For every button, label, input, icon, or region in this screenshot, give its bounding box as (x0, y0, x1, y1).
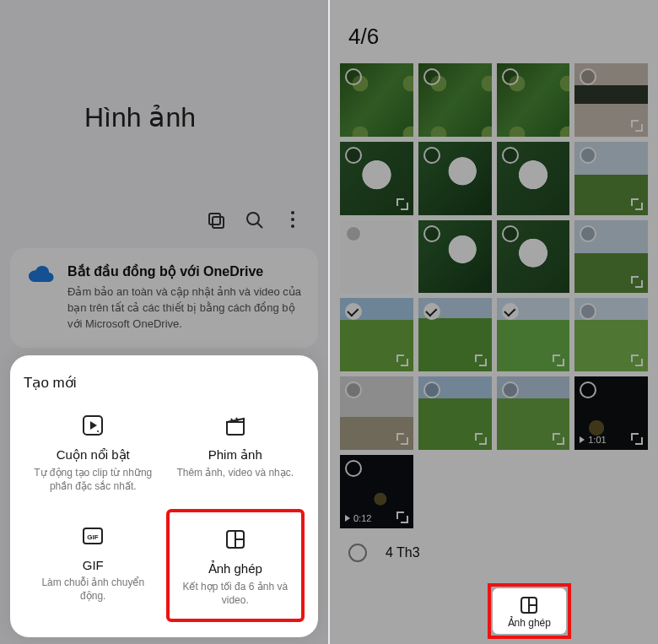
photo-cell[interactable] (340, 376, 413, 450)
cloud-icon (25, 265, 56, 284)
photo-cell[interactable] (574, 298, 648, 371)
video-duration: 0:12 (353, 513, 371, 523)
svg-rect-0 (209, 214, 220, 225)
photo-cell[interactable] (497, 63, 570, 137)
create-movie[interactable]: Phim ảnh Thêm ảnh, video và nhạc. (166, 398, 305, 505)
expand-icon[interactable] (396, 433, 408, 445)
expand-icon[interactable] (396, 198, 408, 210)
expand-icon[interactable] (553, 433, 564, 445)
video-badge: 0:12 (345, 513, 371, 523)
create-item-desc: Thêm ảnh, video và nhạc. (171, 466, 300, 479)
collage-icon (519, 595, 539, 615)
expand-icon[interactable] (631, 276, 643, 288)
select-ring[interactable] (580, 147, 596, 164)
select-ring[interactable] (345, 147, 362, 164)
photo-cell[interactable] (340, 63, 413, 137)
play-icon (345, 515, 350, 522)
select-ring[interactable] (502, 382, 519, 398)
collage-button-highlight: Ảnh ghép (488, 583, 571, 639)
select-ring[interactable] (502, 68, 519, 85)
select-ring[interactable] (502, 147, 519, 164)
photo-cell[interactable] (497, 220, 570, 294)
photo-cell[interactable] (418, 63, 492, 137)
play-sparkle-icon (79, 412, 106, 439)
select-ring[interactable] (345, 460, 362, 477)
gallery-heading: Hình ảnh (0, 0, 328, 133)
clapboard-icon (222, 412, 249, 439)
photo-cell[interactable] (497, 376, 570, 450)
photo-cell[interactable] (497, 298, 570, 371)
create-item-name: Cuộn nổi bật (29, 447, 158, 463)
svg-point-6 (97, 430, 99, 432)
onedrive-desc: Đảm bảo an toàn và cập nhật ảnh và video… (67, 284, 303, 333)
select-ring[interactable] (423, 147, 440, 164)
photo-cell[interactable] (574, 63, 648, 137)
create-gif[interactable]: GIF GIF Làm chuỗi ảnh chuyển động. (24, 509, 163, 622)
onedrive-title: Bắt đầu đồng bộ với OneDrive (67, 263, 303, 279)
expand-icon[interactable] (631, 120, 643, 132)
checkmark-icon[interactable] (502, 303, 519, 320)
expand-icon[interactable] (631, 433, 643, 445)
select-ring[interactable] (423, 225, 440, 242)
select-ring[interactable] (502, 225, 519, 242)
create-item-name: Ảnh ghép (175, 561, 297, 576)
sheet-title: Tạo mới (24, 374, 305, 392)
photo-cell[interactable] (418, 376, 492, 450)
expand-icon[interactable] (475, 354, 487, 366)
svg-text:GIF: GIF (88, 533, 99, 541)
create-highlight-reel[interactable]: Cuộn nổi bật Tự động tạo clip từ những p… (24, 398, 163, 505)
svg-marker-5 (90, 421, 97, 430)
date-label: 4 Th3 (386, 545, 420, 560)
select-ring[interactable] (345, 68, 362, 85)
photo-cell[interactable] (418, 142, 492, 215)
collage-button[interactable]: Ảnh ghép (493, 588, 566, 634)
photo-cell[interactable]: 0:12 (340, 455, 413, 528)
onedrive-card[interactable]: Bắt đầu đồng bộ với OneDrive Đảm bảo an … (10, 248, 318, 348)
svg-rect-1 (213, 217, 224, 228)
photo-cell[interactable] (340, 142, 413, 215)
selection-counter: 4/6 (330, 0, 658, 63)
expand-icon[interactable] (553, 354, 564, 366)
svg-point-2 (247, 213, 259, 225)
create-item-desc: Tự động tạo clip từ những phần đặc sắc n… (29, 466, 158, 493)
photo-cell[interactable] (418, 220, 492, 294)
stack-icon[interactable] (205, 209, 227, 231)
select-ring[interactable] (423, 382, 440, 398)
create-item-desc: Làm chuỗi ảnh chuyển động. (29, 576, 158, 603)
expand-icon[interactable] (475, 433, 487, 445)
select-ring[interactable] (580, 225, 596, 242)
search-icon[interactable] (244, 209, 266, 231)
select-ring[interactable] (423, 68, 440, 85)
svg-point-7 (100, 433, 101, 434)
photo-cell[interactable] (340, 298, 413, 371)
create-sheet: Tạo mới Cuộn nổi bật Tự động tạo clip từ… (10, 355, 318, 637)
create-item-name: GIF (29, 558, 158, 572)
expand-icon[interactable] (396, 511, 408, 523)
select-ring[interactable] (345, 382, 362, 398)
photo-cell[interactable] (574, 220, 648, 294)
more-icon[interactable] (283, 209, 303, 230)
collage-button-label: Ảnh ghép (508, 617, 551, 629)
photo-cell[interactable]: 1:01 (574, 376, 648, 450)
create-item-name: Phim ảnh (171, 447, 300, 463)
expand-icon[interactable] (631, 198, 643, 210)
date-select-ring[interactable] (348, 544, 367, 562)
select-ring[interactable] (345, 225, 362, 242)
create-item-desc: Kết hợp tối đa 6 ảnh và video. (175, 580, 297, 607)
photo-cell[interactable] (340, 220, 413, 294)
play-icon (580, 436, 585, 443)
expand-icon[interactable] (396, 354, 408, 366)
video-badge: 1:01 (580, 435, 606, 445)
svg-line-3 (257, 223, 262, 228)
photo-cell[interactable] (418, 298, 492, 371)
video-duration: 1:01 (588, 435, 606, 445)
expand-icon[interactable] (631, 354, 643, 366)
photo-cell[interactable] (574, 142, 648, 215)
collage-icon (222, 526, 249, 553)
create-collage[interactable]: Ảnh ghép Kết hợp tối đa 6 ảnh và video. (166, 509, 305, 622)
photo-cell[interactable] (497, 142, 570, 215)
checkmark-icon[interactable] (423, 303, 440, 320)
gif-icon: GIF (79, 522, 106, 549)
